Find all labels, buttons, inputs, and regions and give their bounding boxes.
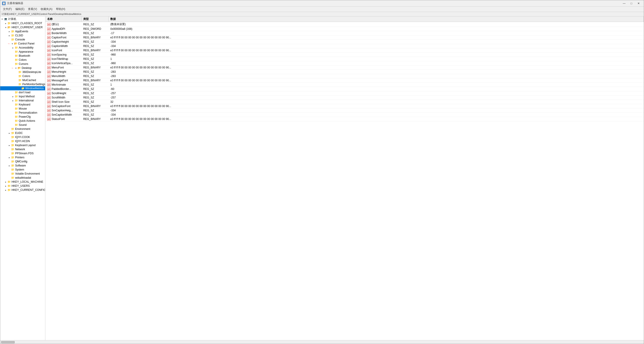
registry-row[interactable]: abIconSpacingREG_SZ-960 <box>45 53 644 57</box>
tree-row[interactable]: 📁System <box>0 168 45 172</box>
tree-row[interactable]: 📁Appearance <box>0 50 45 54</box>
registry-row[interactable]: abCaptionHeightREG_SZ-334 <box>45 40 644 44</box>
menu-item[interactable]: 帮助(H) <box>54 7 67 12</box>
registry-row[interactable]: abShell Icon SizeREG_SZ32 <box>45 100 644 104</box>
tree-expand-icon[interactable] <box>11 111 15 115</box>
registry-row[interactable]: abSmCaptionHeig...REG_SZ-334 <box>45 108 644 113</box>
tree-expand-icon[interactable] <box>15 78 18 82</box>
tree-row[interactable]: ▸📁HKEY_CLASSES_ROOT <box>0 21 45 25</box>
tree-row[interactable]: ▸📁HKEY_CURRENT_CONFIG <box>0 188 45 192</box>
column-header-name[interactable]: 名称 <box>45 17 82 22</box>
tree-row[interactable]: ▸📁Accessibility <box>0 46 45 50</box>
tree-row[interactable]: 📁Bluetooth <box>0 54 45 58</box>
tree-row[interactable]: 📁IQIYI.HCDN <box>0 139 45 143</box>
tree-expand-icon[interactable] <box>11 50 15 54</box>
tree-expand-icon[interactable] <box>18 87 21 90</box>
tree-expand-icon[interactable]: ▸ <box>4 180 8 184</box>
tree-row[interactable]: 📁Quick Actions <box>0 119 45 123</box>
tree-row[interactable]: 📁Sound <box>0 123 45 127</box>
registry-row[interactable]: abStatusFontREG_BINARYe3 ff ff ff 00 00 … <box>45 117 644 121</box>
tree-expand-icon[interactable] <box>11 119 15 123</box>
tree-expand-icon[interactable] <box>15 70 18 74</box>
tree-expand-icon[interactable]: ▸ <box>11 46 15 50</box>
registry-row[interactable]: abIconTitleWrapREG_SZ1 <box>45 57 644 61</box>
tree-row[interactable]: →▾📂Desktop <box>0 66 45 70</box>
tree-row[interactable]: 📁360DesktopLite <box>0 70 45 74</box>
tree-row[interactable]: ▸📁CLSID <box>0 34 45 38</box>
tree-expand-icon[interactable] <box>8 172 11 175</box>
tree-row[interactable]: ▸📁International <box>0 99 45 103</box>
registry-row[interactable]: abMenuHeightREG_SZ-283 <box>45 70 644 74</box>
tree-row[interactable]: ▸📁HKEY_LOCAL_MACHINE <box>0 180 45 184</box>
maximize-button[interactable]: □ <box>628 1 635 6</box>
tree-expand-icon[interactable] <box>15 74 18 78</box>
registry-row[interactable]: abMenuFontREG_BINARYe3 ff ff ff 00 00 00… <box>45 66 644 70</box>
tree-expand-icon[interactable] <box>8 38 11 41</box>
registry-row[interactable]: abScrollHeightREG_SZ-257 <box>45 91 644 96</box>
tree-expand-icon[interactable] <box>8 127 11 131</box>
tree-row[interactable]: 📁Mouse <box>0 107 45 111</box>
registry-row[interactable]: abMinAnimateREG_SZ1 <box>45 83 644 87</box>
tree-expand-icon[interactable] <box>8 176 11 180</box>
tree-row[interactable]: 📁Network <box>0 147 45 151</box>
tree-expand-icon[interactable]: ▸ <box>11 99 15 102</box>
tree-expand-icon[interactable]: ▾ <box>4 26 8 29</box>
tree-expand-icon[interactable] <box>11 123 15 127</box>
tree-row[interactable]: 📁IQIYI.COOK <box>0 135 45 139</box>
tree-row[interactable]: 📁Colors <box>0 74 45 78</box>
tree-expand-icon[interactable]: ▾ <box>14 66 18 70</box>
menu-item[interactable]: 查看(V) <box>26 7 39 12</box>
tree-row[interactable]: ▸📁Input Method <box>0 94 45 99</box>
tree-row[interactable]: 📁QMConfig <box>0 159 45 164</box>
tree-expand-icon[interactable]: ▸ <box>4 188 8 192</box>
tree-expand-icon[interactable] <box>8 148 11 151</box>
tree-expand-icon[interactable] <box>11 107 15 110</box>
tree-expand-icon[interactable] <box>11 115 15 119</box>
registry-row[interactable]: ab(默认)REG_SZ(数值未设置) <box>45 22 644 27</box>
tree-expand-icon[interactable]: ▾ <box>10 42 14 45</box>
tree-expand-icon[interactable]: ▸ <box>8 164 11 167</box>
tree-expand-icon[interactable] <box>11 58 15 62</box>
registry-row[interactable]: abCaptionFontREG_BINARYe3 ff ff ff 00 00… <box>45 36 644 40</box>
registry-row[interactable]: abMenuWidthREG_SZ-283 <box>45 74 644 78</box>
tree-row[interactable]: ▸📁EUDC <box>0 131 45 135</box>
tree-row[interactable]: ▾💻计算机 <box>0 17 45 21</box>
tree-row[interactable]: →📁WindowMetrics <box>0 86 45 90</box>
tree-row[interactable]: 📁Cursors <box>0 62 45 66</box>
tree-expand-icon[interactable]: ▸ <box>4 22 8 25</box>
registry-row[interactable]: abSmCaptionWidthREG_SZ-334 <box>45 113 644 117</box>
tree-row[interactable]: 📁MuiCached <box>0 78 45 82</box>
tree-row[interactable]: ▸📁AppEvents <box>0 29 45 34</box>
tree-row[interactable]: 📁Personalization <box>0 111 45 115</box>
tree-row[interactable]: 📁PerMonitorSettings <box>0 82 45 86</box>
tree-row[interactable]: 📁PPStream.FDS <box>0 151 45 155</box>
tree-row[interactable]: 📁Colors <box>0 58 45 62</box>
tree-expand-icon[interactable] <box>15 83 18 86</box>
horizontal-scrollbar[interactable] <box>0 340 644 344</box>
column-header-data[interactable]: 数据 <box>108 17 644 22</box>
tree-expand-icon[interactable] <box>11 91 15 94</box>
registry-row[interactable]: abPaddedBorder...REG_SZ-60 <box>45 87 644 91</box>
tree-expand-icon[interactable]: ▸ <box>8 34 11 37</box>
registry-row[interactable]: abIconVerticalSpa...REG_SZ-960 <box>45 61 644 66</box>
tree-expand-icon[interactable]: ▸ <box>8 156 11 159</box>
registry-row[interactable]: abSmCaptionFontREG_BINARYe3 ff ff ff 00 … <box>45 104 644 108</box>
registry-row[interactable]: abScrollWidthREG_SZ-257 <box>45 96 644 100</box>
minimize-button[interactable]: — <box>621 1 628 6</box>
tree-row[interactable]: 📁don't load <box>0 90 45 94</box>
tree-row[interactable]: 📁wdsafeloadat <box>0 176 45 180</box>
registry-row[interactable]: abAppliedDPIREG_DWORD0x000000a8 (168) <box>45 27 644 31</box>
tree-expand-icon[interactable] <box>11 103 15 106</box>
tree-expand-icon[interactable] <box>8 152 11 155</box>
tree-row[interactable]: →▾📂Control Panel <box>0 42 45 46</box>
tree-row[interactable]: 📁Environment <box>0 127 45 131</box>
tree-expand-icon[interactable]: ▸ <box>11 95 15 98</box>
tree-expand-icon[interactable]: ▸ <box>4 184 8 188</box>
column-header-type[interactable]: 类型 <box>82 17 108 22</box>
menu-item[interactable]: 编辑(E) <box>14 7 26 12</box>
tree-row[interactable]: ▸📁HKEY_USERS <box>0 184 45 188</box>
tree-expand-icon[interactable] <box>8 160 11 163</box>
tree-row[interactable]: 📁PowerCfg <box>0 115 45 119</box>
registry-row[interactable]: abCaptionWidthREG_SZ-334 <box>45 44 644 48</box>
tree-expand-icon[interactable] <box>11 62 15 66</box>
